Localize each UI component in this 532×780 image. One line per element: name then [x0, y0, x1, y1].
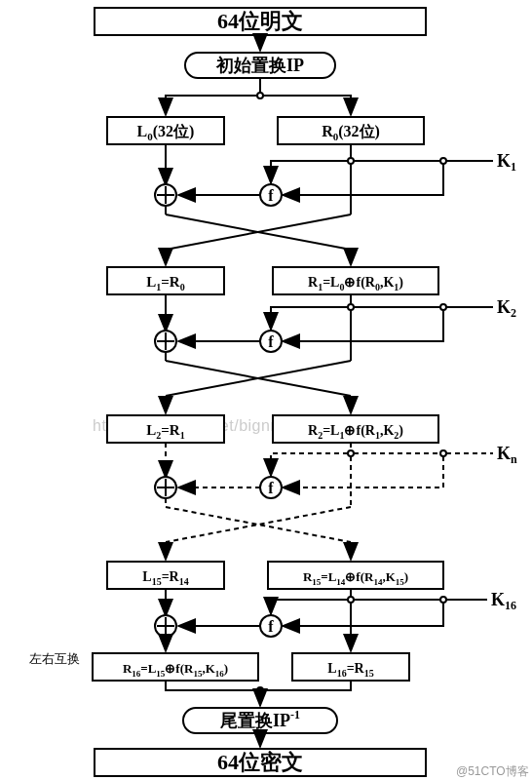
xor-icon-2: [155, 331, 176, 352]
ipinv-label: 尾置换IP-1: [219, 708, 300, 730]
svg-text:f: f: [268, 187, 274, 204]
merge-node: [257, 687, 263, 693]
watermark-blog: @51CTO博客: [456, 764, 529, 778]
split-node-1: [257, 93, 263, 98]
xor-icon-1: [155, 184, 176, 206]
kn-joint: [440, 450, 446, 456]
k16-label: K16: [491, 590, 516, 612]
tap-r1: [348, 304, 354, 310]
ciphertext-label: 64位密文: [217, 750, 303, 774]
tap-r2: [348, 450, 354, 456]
xor-icon-16: [155, 615, 176, 637]
k2-joint: [440, 304, 446, 310]
k1-joint: [440, 158, 446, 164]
swap-label: 左右互换: [29, 651, 80, 666]
kn-label: Kn: [497, 444, 517, 466]
k16-joint: [440, 597, 446, 603]
tap-r0: [348, 158, 354, 164]
xor-icon-n: [155, 477, 176, 498]
f-icon-1: f: [260, 184, 282, 206]
tap-r15: [348, 597, 354, 603]
k2-label: K2: [497, 297, 516, 320]
f-icon-2: f: [260, 331, 282, 352]
plaintext-label: 64位明文: [217, 9, 303, 33]
f-icon-n: f: [260, 477, 282, 498]
k1-label: K1: [497, 151, 516, 174]
svg-text:f: f: [268, 333, 274, 350]
svg-text:f: f: [268, 618, 274, 635]
f-icon-16: f: [260, 615, 282, 637]
ip-label: 初始置换IP: [215, 56, 304, 75]
svg-text:f: f: [268, 480, 274, 496]
